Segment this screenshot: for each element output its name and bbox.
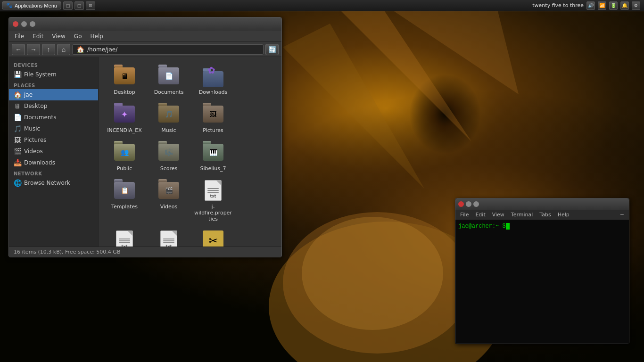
term-close-button[interactable]: [458, 201, 464, 207]
incendia-folder-icon: ✦: [113, 103, 136, 125]
file-item-scores[interactable]: 🎼 Scores: [148, 138, 190, 174]
sidebar-item-browse-network[interactable]: 🌐 Browse Network: [9, 177, 98, 189]
applications-menu-button[interactable]: 🐾 Applications Menu: [2, 1, 61, 9]
volume-icon[interactable]: 🔊: [586, 1, 595, 10]
scores-folder-icon: 🎼: [157, 141, 180, 164]
term-menu-terminal[interactable]: Terminal: [508, 211, 536, 218]
sidebar-item-desktop-label: Desktop: [24, 103, 48, 109]
file-item-pictures[interactable]: 🖼 Pictures: [192, 100, 234, 136]
sidebar-item-downloads[interactable]: 📥 Downloads: [9, 157, 98, 168]
fm-back-button[interactable]: ←: [12, 44, 25, 55]
jwildfire-file-icon: txt: [202, 179, 224, 202]
fm-location-bar[interactable]: 🏠 /home/jae/: [72, 44, 264, 55]
txt2-file-icon: txt: [157, 230, 180, 247]
term-menu-file[interactable]: File: [457, 211, 471, 218]
file-item-tool[interactable]: ✂: [192, 227, 234, 247]
sidebar-item-videos[interactable]: 🎬 Videos: [9, 146, 98, 157]
sidebar-item-pictures[interactable]: 🖼 Pictures: [9, 134, 98, 146]
fm-maximize-button[interactable]: [30, 21, 35, 27]
sidebar-item-documents[interactable]: 📄 Documents: [9, 112, 98, 123]
sidebar-places-header: PLACES: [9, 80, 98, 89]
term-menu-view[interactable]: View: [489, 211, 507, 218]
term-maximize-button[interactable]: [473, 201, 479, 207]
fm-location-text: /home/jae/: [87, 46, 117, 53]
term-minimize-button[interactable]: [466, 201, 471, 207]
file-item-jwildfire[interactable]: txt j-wildfire.properties: [192, 176, 234, 225]
music-folder-icon: 🎵: [157, 103, 180, 125]
term-menu-edit[interactable]: Edit: [472, 211, 488, 218]
sidebar-devices-header: DEVICES: [9, 60, 98, 69]
taskbar-left: 🐾 Applications Menu □ □ ⊞: [0, 1, 95, 10]
sidebar-item-pictures-label: Pictures: [24, 137, 47, 143]
taskbar-right: twenty five to three 🔊 📶 🔋 🔔 ⚙: [532, 1, 644, 10]
fm-menu-help[interactable]: Help: [86, 32, 107, 41]
file-item-txt1[interactable]: txt: [103, 227, 146, 247]
sidebar-item-downloads-label: Downloads: [24, 159, 55, 166]
fm-minimize-button[interactable]: [21, 21, 27, 27]
sidebar-item-desktop[interactable]: 🖥 Desktop: [9, 100, 98, 112]
fm-menu-view[interactable]: View: [48, 32, 69, 41]
sidebar-item-jae[interactable]: 🏠 jae: [9, 89, 98, 100]
term-titlebar: [455, 198, 629, 210]
sidebar-item-filesystem-label: File System: [24, 71, 57, 78]
settings-icon[interactable]: ⚙: [632, 1, 640, 10]
clock: twenty five to three: [532, 2, 584, 8]
fm-up-button[interactable]: ↑: [42, 44, 55, 55]
file-item-incendia[interactable]: ✦ INCENDIA_EX: [103, 100, 146, 136]
taskbar-window-btn-3[interactable]: ⊞: [86, 1, 95, 10]
fm-refresh-button[interactable]: 🔄: [265, 44, 279, 55]
sibelius-folder-icon: 🎹: [202, 141, 224, 164]
fm-sidebar: DEVICES 💾 File System PLACES 🏠 jae 🖥 Des…: [9, 57, 99, 247]
file-item-documents[interactable]: 📄 Documents: [148, 62, 190, 98]
sidebar-item-jae-label: jae: [24, 91, 33, 98]
downloads-folder-label: Downloads: [199, 89, 227, 95]
term-cursor: [506, 223, 510, 230]
taskbar-window-btn-2[interactable]: □: [74, 1, 84, 10]
fm-menu-go[interactable]: Go: [70, 32, 86, 41]
file-item-sibelius[interactable]: 🎹 Sibelius_7: [192, 138, 234, 174]
jwildfire-file-label: j-wildfire.properties: [194, 204, 232, 222]
sidebar-item-music[interactable]: 🎵 Music: [9, 123, 98, 134]
term-prompt-text: jae@archer:~ $: [458, 223, 506, 230]
taskbar: 🐾 Applications Menu □ □ ⊞ twenty five to…: [0, 0, 644, 11]
sidebar-item-filesystem[interactable]: 💾 File System: [9, 69, 98, 80]
term-content[interactable]: jae@archer:~ $: [455, 220, 629, 344]
battery-icon[interactable]: 🔋: [609, 1, 618, 10]
pictures-folder-label: Pictures: [203, 127, 223, 133]
txt1-file-icon: txt: [113, 230, 136, 247]
public-folder-icon: 👥: [113, 141, 136, 164]
file-item-downloads[interactable]: ✿ Downloads: [192, 62, 234, 98]
term-close-x[interactable]: −: [617, 211, 627, 218]
file-item-public[interactable]: 👥 Public: [103, 138, 146, 174]
sidebar-item-documents-label: Documents: [24, 114, 56, 121]
fm-menu-file[interactable]: File: [11, 32, 28, 41]
fm-content: 🖥 Desktop 📄 Documents: [99, 57, 281, 247]
network-sidebar-icon: 🌐: [14, 179, 21, 187]
term-menu-tabs[interactable]: Tabs: [537, 211, 553, 218]
file-item-videos[interactable]: 🎬 Videos: [148, 176, 190, 225]
jae-home-icon: 🏠: [14, 91, 21, 99]
file-item-music[interactable]: 🎵 Music: [148, 100, 190, 136]
fm-close-button[interactable]: [13, 21, 18, 27]
network-icon[interactable]: 📶: [598, 1, 606, 10]
fm-menu-edit[interactable]: Edit: [29, 32, 47, 41]
sidebar-item-videos-label: Videos: [24, 148, 43, 155]
fm-forward-button[interactable]: →: [27, 44, 40, 55]
pictures-sidebar-icon: 🖼: [14, 136, 21, 144]
file-item-txt2[interactable]: txt: [148, 227, 190, 247]
videos-folder-label: Videos: [160, 204, 178, 210]
fm-toolbar: ← → ↑ ⌂ 🏠 /home/jae/ 🔄: [9, 42, 281, 57]
music-sidebar-icon: 🎵: [14, 125, 21, 132]
sidebar-item-music-label: Music: [24, 125, 40, 132]
fm-status-text: 16 items (10.3 kB), Free space: 500.4 GB: [14, 249, 120, 255]
templates-folder-label: Templates: [111, 204, 138, 210]
fm-home-button[interactable]: ⌂: [57, 44, 70, 55]
file-item-desktop[interactable]: 🖥 Desktop: [103, 62, 146, 98]
term-menu-help[interactable]: Help: [555, 211, 572, 218]
downloads-folder-icon: ✿: [202, 65, 224, 87]
file-item-templates[interactable]: 📋 Templates: [103, 176, 146, 225]
sidebar-network-header: NETWORK: [9, 168, 98, 177]
notification-icon[interactable]: 🔔: [620, 1, 629, 10]
taskbar-window-btn-1[interactable]: □: [63, 1, 73, 10]
templates-folder-icon: 📋: [113, 179, 136, 202]
